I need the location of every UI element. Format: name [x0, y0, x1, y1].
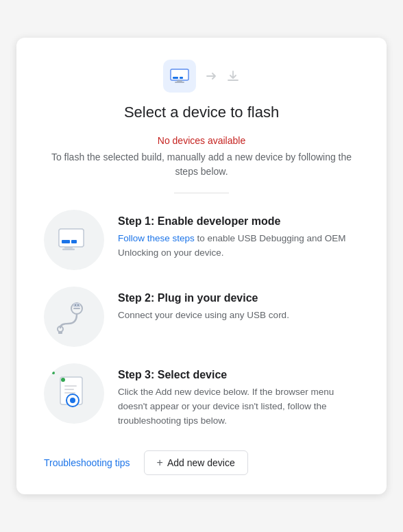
svg-rect-17 [77, 304, 79, 306]
step-3-content: Step 3: Select device Click the Add new … [118, 363, 359, 428]
step-3-title: Step 3: Select device [118, 369, 359, 381]
svg-point-25 [70, 398, 75, 403]
step-3: Step 3: Select device Click the Add new … [44, 363, 359, 428]
plus-icon: + [157, 457, 163, 469]
subtitle-text: To flash the selected build, manually ad… [44, 150, 359, 179]
add-device-button[interactable]: + Add new device [144, 450, 248, 475]
step-1-desc: Follow these steps to enable USB Debuggi… [118, 232, 359, 261]
header-icons [44, 60, 359, 93]
main-card: Select a device to flash No devices avai… [16, 38, 387, 494]
section-divider [174, 193, 229, 193]
svg-rect-6 [59, 229, 84, 247]
footer: Troubleshooting tips + Add new device [44, 448, 359, 475]
step-1-title: Step 1: Enable developer mode [118, 215, 359, 228]
svg-rect-16 [75, 304, 76, 306]
step-2-title: Step 2: Plug in your device [118, 292, 359, 304]
svg-point-19 [52, 372, 55, 374]
svg-rect-14 [58, 331, 62, 334]
svg-rect-21 [64, 385, 77, 387]
step-2-icon [44, 287, 104, 347]
svg-rect-15 [73, 303, 80, 307]
svg-rect-9 [71, 240, 77, 243]
add-device-label: Add new device [167, 457, 235, 468]
svg-rect-23 [64, 392, 75, 394]
arrow-right-icon [204, 69, 218, 83]
svg-rect-22 [64, 389, 74, 390]
step-2-content: Step 2: Plug in your device Connect your… [118, 287, 359, 323]
svg-rect-4 [175, 82, 184, 83]
svg-point-20 [61, 378, 65, 382]
steps-list: Step 1: Enable developer mode Follow the… [44, 210, 359, 428]
step-3-icon [44, 363, 104, 424]
step-1-link[interactable]: Follow these steps [118, 233, 195, 243]
page-title: Select a device to flash [44, 104, 359, 121]
device-icon [163, 60, 196, 93]
download-icon [226, 69, 240, 83]
svg-rect-3 [177, 80, 182, 82]
step-2: Step 2: Plug in your device Connect your… [44, 287, 359, 347]
step-3-desc: Click the Add new device below. If the b… [118, 385, 359, 428]
step-2-desc: Connect your device using any USB cord. [118, 309, 359, 323]
svg-rect-8 [62, 240, 70, 243]
step-1-icon [44, 210, 104, 270]
error-message: No devices available [44, 135, 359, 146]
svg-rect-11 [62, 249, 75, 251]
troubleshoot-link[interactable]: Troubleshooting tips [44, 457, 130, 468]
step-1: Step 1: Enable developer mode Follow the… [44, 210, 359, 270]
step-1-content: Step 1: Enable developer mode Follow the… [118, 210, 359, 261]
svg-rect-2 [180, 77, 183, 79]
svg-rect-10 [64, 247, 73, 249]
svg-rect-1 [173, 77, 178, 79]
